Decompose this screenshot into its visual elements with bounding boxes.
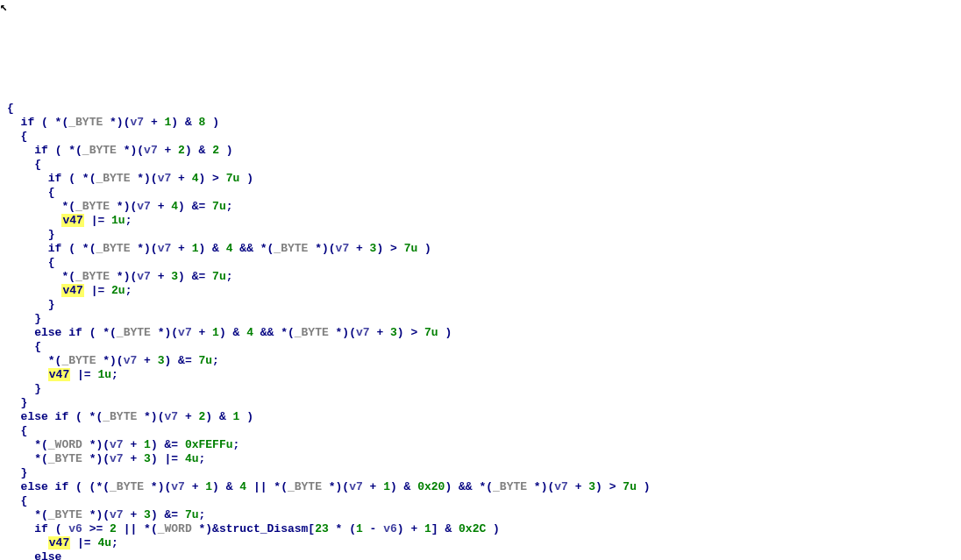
code-line: } bbox=[7, 382, 41, 395]
code-line: if ( *(_BYTE *)(v7 + 1) & 4 && *(_BYTE *… bbox=[7, 242, 431, 255]
code-line: else if ( (*(_BYTE *)(v7 + 1) & 4 || *(_… bbox=[7, 480, 651, 493]
highlighted-var: v47 bbox=[61, 214, 83, 227]
code-line: { bbox=[7, 340, 41, 353]
code-line: else bbox=[7, 550, 61, 560]
code-line: { bbox=[7, 102, 14, 115]
code-line: if ( *(_BYTE *)(v7 + 4) > 7u ) bbox=[7, 172, 253, 185]
code-line: { bbox=[7, 256, 55, 269]
highlighted-var: v47 bbox=[61, 284, 83, 297]
code-line: } bbox=[7, 396, 27, 409]
code-line: if ( v6 >= 2 || *(_WORD *)&struct_Disasm… bbox=[7, 522, 500, 535]
mouse-cursor-icon: ↖ bbox=[0, 0, 7, 14]
highlighted-var: v47 bbox=[48, 368, 70, 381]
code-line: if ( *(_BYTE *)(v7 + 2) & 2 ) bbox=[7, 144, 233, 157]
code-line: { bbox=[7, 158, 41, 171]
code-line: v47 |= 4u; bbox=[7, 536, 118, 549]
code-line: } bbox=[7, 298, 55, 311]
code-line: } bbox=[7, 228, 55, 241]
code-line: *(_BYTE *)(v7 + 3) &= 7u; bbox=[7, 270, 233, 283]
code-line: else if ( *(_BYTE *)(v7 + 2) & 1 ) bbox=[7, 410, 253, 423]
code-line: } bbox=[7, 312, 41, 325]
code-line: *(_BYTE *)(v7 + 4) &= 7u; bbox=[7, 200, 233, 213]
code-line: *(_BYTE *)(v7 + 3) &= 7u; bbox=[7, 354, 219, 367]
code-line: else if ( *(_BYTE *)(v7 + 1) & 4 && *(_B… bbox=[7, 326, 452, 339]
code-line: { bbox=[7, 494, 27, 507]
code-line: if ( *(_BYTE *)(v7 + 1) & 8 ) bbox=[7, 116, 219, 129]
highlighted-var: v47 bbox=[48, 536, 70, 549]
code-line: *(_BYTE *)(v7 + 3) &= 7u; bbox=[7, 508, 205, 521]
decompiled-code-view[interactable]: { if ( *(_BYTE *)(v7 + 1) & 8 ) { if ( *… bbox=[0, 84, 961, 560]
code-line: *(_WORD *)(v7 + 1) &= 0xFEFFu; bbox=[7, 438, 239, 451]
code-line: v47 |= 2u; bbox=[7, 284, 132, 297]
code-line: { bbox=[7, 130, 27, 143]
code-line: *(_BYTE *)(v7 + 3) |= 4u; bbox=[7, 452, 205, 465]
code-line: } bbox=[7, 466, 27, 479]
code-line: v47 |= 1u; bbox=[7, 368, 118, 381]
code-line: { bbox=[7, 424, 27, 437]
code-line: { bbox=[7, 186, 55, 199]
code-line: v47 |= 1u; bbox=[7, 214, 132, 227]
